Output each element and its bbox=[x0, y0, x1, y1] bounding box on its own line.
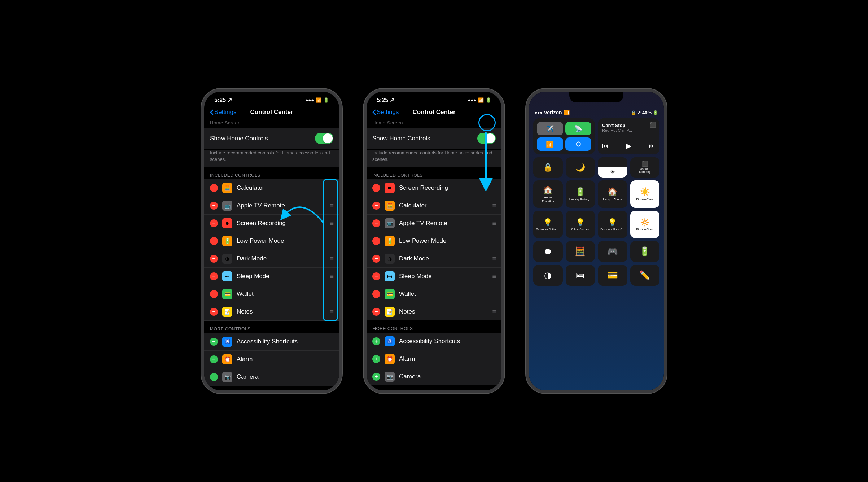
drag-lowpower-1[interactable]: ≡ bbox=[330, 237, 333, 245]
remove-screenrec-2[interactable]: − bbox=[372, 184, 380, 192]
drag-wallet-1[interactable]: ≡ bbox=[330, 290, 333, 298]
sleep-tile[interactable]: 🛏 bbox=[566, 265, 595, 286]
lowpower-label-2: Low Power Mode bbox=[399, 237, 492, 245]
list-item[interactable]: − 🔋 Low Power Mode ≡ bbox=[204, 232, 339, 250]
list-item[interactable]: − ⏺ Screen Recording ≡ bbox=[204, 215, 339, 232]
airplane-btn[interactable]: ✈️ bbox=[537, 122, 563, 135]
mirroring-tile[interactable]: ⬛ ScreenMirroring bbox=[630, 157, 660, 178]
remote-tile[interactable]: 🎮 bbox=[598, 241, 627, 262]
drag-notes-1[interactable]: ≡ bbox=[330, 308, 333, 316]
remove-appletv-2[interactable]: − bbox=[372, 219, 380, 227]
drag-calc-2[interactable]: ≡ bbox=[492, 202, 496, 210]
drag-screenrec-2[interactable]: ≡ bbox=[492, 184, 496, 192]
wallet-tile[interactable]: 💳 bbox=[598, 265, 627, 286]
list-item[interactable]: + ♿ Accessibility Shortcuts bbox=[367, 333, 501, 350]
play-btn[interactable]: ▶ bbox=[626, 141, 631, 150]
notes-tile[interactable]: ✏️ bbox=[630, 265, 660, 286]
show-home-controls-row-2[interactable]: Show Home Controls bbox=[367, 128, 501, 149]
drag-sleep-2[interactable]: ≡ bbox=[492, 273, 496, 280]
show-home-controls-toggle-2[interactable] bbox=[477, 133, 496, 144]
remove-screenrec-1[interactable]: − bbox=[210, 219, 218, 227]
battery-tile[interactable]: 🔋 bbox=[630, 241, 660, 262]
list-item[interactable]: + 📷 Camera bbox=[367, 368, 501, 385]
back-button-2[interactable]: Settings bbox=[372, 109, 399, 116]
list-item[interactable]: + ⏰ Alarm bbox=[204, 351, 339, 368]
remove-dark-1[interactable]: − bbox=[210, 255, 218, 263]
office-shapes-tile[interactable]: 💡 Office Shapes bbox=[566, 211, 595, 238]
airplay-icon[interactable]: ⬛ bbox=[650, 122, 656, 128]
list-item[interactable]: − 🛏 Sleep Mode ≡ bbox=[204, 268, 339, 285]
back-button-1[interactable]: Settings bbox=[210, 109, 236, 116]
remove-wallet-2[interactable]: − bbox=[372, 290, 380, 298]
remove-calculator-1[interactable]: − bbox=[210, 184, 218, 192]
drag-appletv-2[interactable]: ≡ bbox=[492, 220, 496, 227]
add-camera-2[interactable]: + bbox=[372, 373, 380, 381]
add-accessibility-1[interactable]: + bbox=[210, 338, 218, 346]
add-accessibility-2[interactable]: + bbox=[372, 337, 380, 345]
list-item[interactable]: − 📝 Notes ≡ bbox=[204, 303, 339, 321]
brightness-tile[interactable]: ☀ bbox=[598, 157, 627, 178]
record-tile[interactable]: ⏺ bbox=[533, 241, 563, 262]
living-abode-tile[interactable]: 🏠 Living... Abode bbox=[598, 180, 627, 208]
list-item[interactable]: − 🧮 Calculator ≡ bbox=[367, 197, 501, 215]
music-tile[interactable]: ⬛ Can't Stop Red Hot Chili P... ⏮ ▶ ⏭ bbox=[598, 118, 659, 154]
bedroom-homep-tile[interactable]: 💡 Bedroom HomeP... bbox=[598, 211, 627, 238]
list-item[interactable]: + ⏰ Alarm bbox=[367, 350, 501, 368]
drag-sleep-1[interactable]: ≡ bbox=[330, 273, 333, 280]
remove-appletv-1[interactable]: − bbox=[210, 202, 218, 210]
drag-dark-1[interactable]: ≡ bbox=[330, 255, 333, 263]
list-item[interactable]: − ⏺ Screen Recording ≡ bbox=[367, 179, 501, 197]
remove-dark-2[interactable]: − bbox=[372, 255, 380, 263]
cellular-btn[interactable]: 📡 bbox=[565, 122, 592, 135]
drag-notes-2[interactable]: ≡ bbox=[492, 308, 496, 316]
list-item[interactable]: − ◑ Dark Mode ≡ bbox=[204, 250, 339, 268]
remove-sleep-2[interactable]: − bbox=[372, 272, 380, 280]
list-item[interactable]: − 🔋 Low Power Mode ≡ bbox=[367, 232, 501, 250]
dark-mode-tile[interactable]: ◑ bbox=[533, 265, 563, 286]
drag-lowpower-2[interactable]: ≡ bbox=[492, 237, 496, 245]
drag-dark-2[interactable]: ≡ bbox=[492, 255, 496, 263]
add-alarm-1[interactable]: + bbox=[210, 355, 218, 363]
drag-calculator-1[interactable]: ≡ bbox=[330, 184, 333, 192]
list-item[interactable]: − 🧮 Calculator ≡ bbox=[204, 179, 339, 197]
list-item[interactable]: − 🛏 Sleep Mode ≡ bbox=[367, 268, 501, 285]
remove-sleep-1[interactable]: − bbox=[210, 272, 218, 280]
bluetooth-btn[interactable]: ⬡ bbox=[565, 137, 592, 151]
calc-tile[interactable]: 🧮 bbox=[566, 241, 595, 262]
list-item[interactable]: − 📺 Apple TV Remote ≡ bbox=[367, 215, 501, 232]
home-favorites-tile[interactable]: 🏠 HomeFavorites bbox=[533, 180, 563, 208]
remove-calc-2[interactable]: − bbox=[372, 202, 380, 210]
add-camera-1[interactable]: + bbox=[210, 373, 218, 381]
show-home-controls-row-1[interactable]: Show Home Controls bbox=[204, 128, 339, 149]
drag-wallet-2[interactable]: ≡ bbox=[492, 290, 496, 298]
drag-screenrec-1[interactable]: ≡ bbox=[330, 220, 333, 227]
list-item[interactable]: − ◑ Dark Mode ≡ bbox=[367, 250, 501, 268]
next-btn[interactable]: ⏭ bbox=[649, 142, 655, 150]
list-item[interactable]: + ♿ Accessibility Shortcuts bbox=[204, 333, 339, 351]
list-item[interactable]: + 📷 Camera bbox=[204, 368, 339, 386]
drag-appletv-1[interactable]: ≡ bbox=[330, 202, 333, 210]
moon-tile[interactable]: 🌙 bbox=[566, 157, 595, 178]
list-item[interactable]: − 📺 Apple TV Remote ≡ bbox=[204, 197, 339, 215]
show-home-controls-toggle-1[interactable] bbox=[315, 133, 333, 144]
notes-icon-2: 📝 bbox=[385, 307, 395, 317]
wifi-btn-cc[interactable]: 📶 bbox=[537, 137, 563, 151]
home-controls-sub-2: Include recommended controls for Home ac… bbox=[367, 150, 501, 167]
kitchen-cans-tile-1[interactable]: ☀️ Kitchen Cans bbox=[630, 180, 660, 208]
screen-3: ●●● Verizon 📶 🔒 ↗ 46% 🔋 ✈️ bbox=[529, 92, 664, 390]
remove-lowpower-1[interactable]: − bbox=[210, 237, 218, 245]
remove-notes-1[interactable]: − bbox=[210, 308, 218, 316]
list-item[interactable]: − 💳 Wallet ≡ bbox=[204, 285, 339, 303]
orientation-tile[interactable]: 🔒 bbox=[533, 157, 563, 178]
prev-btn[interactable]: ⏮ bbox=[602, 142, 609, 150]
remove-notes-2[interactable]: − bbox=[372, 308, 380, 316]
connectivity-tile[interactable]: ✈️ 📡 📶 ⬡ bbox=[533, 118, 595, 154]
remove-wallet-1[interactable]: − bbox=[210, 290, 218, 298]
list-item[interactable]: − 💳 Wallet ≡ bbox=[367, 285, 501, 303]
remove-lowpower-2[interactable]: − bbox=[372, 237, 380, 245]
kitchen-cans-tile-2[interactable]: 🔆 Kitchen Cans bbox=[630, 211, 660, 238]
add-alarm-2[interactable]: + bbox=[372, 355, 380, 363]
bedroom-ceiling-tile[interactable]: 💡 Bedroom Ceiling... bbox=[533, 211, 563, 238]
laundry-battery-tile[interactable]: 🔋 Laundry Battery... bbox=[566, 180, 595, 208]
list-item[interactable]: − 📝 Notes ≡ bbox=[367, 303, 501, 320]
